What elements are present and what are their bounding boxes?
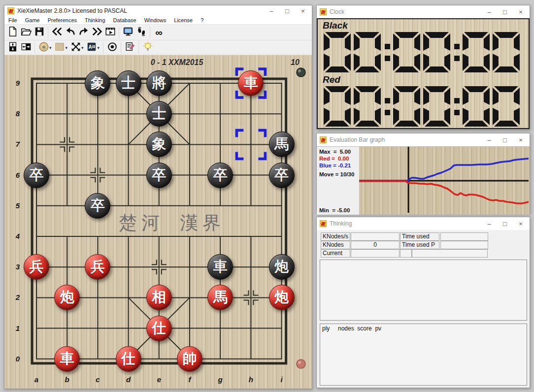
resize-arrows-icon	[70, 41, 81, 54]
board-texture-button[interactable]	[53, 41, 67, 54]
close-button[interactable]: ×	[513, 133, 529, 146]
maximize-button[interactable]: □	[497, 133, 513, 146]
time-used-label: Time used	[400, 232, 439, 241]
piece-black-g3[interactable]: 車	[207, 254, 233, 280]
current-extra-wide	[412, 249, 488, 258]
thinking-window: 谢 Thinking – □ × KNodes/s Time used KNod…	[316, 217, 530, 388]
piece-black-e6[interactable]: 卒	[146, 163, 172, 188]
menu-game[interactable]: Game	[21, 17, 44, 23]
resize-board-button[interactable]	[69, 41, 82, 54]
menu-thinking[interactable]: Thinking	[81, 17, 109, 23]
pieces-layer: 象士將車士象馬卒卒卒卒卒兵兵車炮炮相馬炮仕車仕帥	[4, 55, 313, 390]
menu-windows[interactable]: Windows	[140, 17, 170, 23]
minimize-button[interactable]: –	[481, 133, 497, 146]
piece-black-i6[interactable]: 卒	[269, 163, 295, 188]
piece-black-c9[interactable]: 象	[85, 70, 110, 96]
piece-red-d0[interactable]: 仕	[116, 346, 141, 372]
separator	[34, 42, 35, 54]
forward-to-end-button[interactable]	[90, 26, 103, 39]
language-dropdown[interactable]: ▾	[98, 45, 100, 50]
main-titlebar[interactable]: 谢 XieXieMaster 2.8.0> Licensed to PASCAL…	[4, 5, 312, 16]
piece-red-e1[interactable]: 仕	[146, 316, 172, 341]
eval-max-label: Max = 5.00	[319, 148, 359, 155]
clock-titlebar[interactable]: 谢 Clock – □ ×	[317, 5, 530, 18]
close-button[interactable]: ×	[513, 5, 529, 18]
piece-red-c3[interactable]: 兵	[85, 254, 110, 280]
knodes-per-sec-label: KNodes/s	[321, 232, 350, 241]
rewind-to-start-button[interactable]	[50, 26, 64, 39]
undo-move-button[interactable]	[64, 26, 77, 39]
flip-board-vertical-button[interactable]	[6, 41, 19, 54]
new-document-button[interactable]	[6, 26, 19, 39]
menu-license[interactable]: License	[170, 17, 197, 23]
menu-preferences[interactable]: Preferences	[44, 17, 81, 23]
monitor-icon	[123, 26, 134, 39]
menu-help[interactable]: ?	[197, 17, 207, 23]
edit-notation-button[interactable]	[123, 41, 136, 54]
piece-red-e2[interactable]: 相	[146, 285, 172, 310]
separator	[119, 27, 119, 38]
evaluation-graph	[359, 147, 530, 215]
piece-black-e8[interactable]: 士	[146, 101, 172, 127]
save-button[interactable]	[33, 26, 46, 39]
piece-red-a3[interactable]: 兵	[24, 254, 49, 280]
app-icon: 谢	[320, 220, 327, 227]
piece-black-g6[interactable]: 卒	[207, 163, 233, 188]
piece-black-d9[interactable]: 士	[116, 70, 141, 96]
thinking-output-panel[interactable]	[320, 260, 527, 321]
maximize-button[interactable]: □	[279, 5, 295, 16]
open-folder-icon	[21, 26, 32, 39]
thinking-titlebar[interactable]: 谢 Thinking – □ ×	[317, 217, 530, 230]
autoplay-button[interactable]	[103, 26, 117, 39]
separator	[121, 42, 121, 54]
piece-red-h9[interactable]: 車	[238, 70, 264, 96]
close-button[interactable]: ×	[295, 5, 311, 16]
xiangqi-board[interactable]: 9876543210abcdefghi 0 - 1 XXM2015 10 楚河 …	[4, 55, 312, 389]
edit-notes-icon	[125, 41, 135, 54]
minimize-button[interactable]: –	[481, 5, 497, 18]
piece-style-dropdown[interactable]: ▾	[49, 45, 52, 50]
evaluation-titlebar[interactable]: 谢 Evaluation Bar graph – □ ×	[317, 133, 530, 146]
open-button[interactable]	[19, 26, 33, 39]
minimize-button[interactable]: –	[264, 5, 279, 16]
app-icon: 谢	[320, 8, 327, 15]
main-window-title: XieXieMaster 2.8.0> Licensed to PASCAL	[17, 7, 127, 14]
maximize-button[interactable]: □	[497, 217, 513, 230]
board-texture-dropdown[interactable]: ▾	[66, 45, 68, 50]
resize-board-dropdown[interactable]: ▾	[81, 45, 84, 50]
eval-red-label: Red = 0.00	[319, 155, 359, 162]
piece-red-i2[interactable]: 炮	[269, 285, 295, 310]
record-mode-button[interactable]	[105, 41, 119, 54]
language-button[interactable]: A	[85, 41, 99, 54]
piece-red-b2[interactable]: 炮	[54, 285, 80, 310]
separator	[138, 42, 139, 54]
redo-move-button[interactable]	[77, 26, 90, 39]
movie-icon	[105, 26, 116, 39]
hint-button[interactable]	[141, 41, 154, 54]
piece-red-f0[interactable]: 帥	[177, 346, 202, 372]
footprints-icon	[136, 26, 147, 39]
piece-style-button[interactable]: 将	[37, 41, 50, 54]
maximize-button[interactable]: □	[497, 5, 513, 18]
piece-black-e7[interactable]: 象	[146, 131, 172, 157]
piece-black-a6[interactable]: 卒	[24, 163, 49, 188]
menu-file[interactable]: File	[4, 17, 21, 23]
separator	[150, 27, 150, 38]
close-button[interactable]: ×	[513, 217, 529, 230]
piece-red-g2[interactable]: 馬	[207, 285, 233, 310]
flip-board-horizontal-button[interactable]	[19, 41, 33, 54]
show-board-button[interactable]	[121, 26, 134, 39]
piece-black-i3[interactable]: 炮	[269, 254, 295, 280]
piece-black-e9[interactable]: 將	[146, 70, 172, 96]
infinite-analysis-button[interactable]: ∞	[152, 26, 166, 39]
knodes-per-sec-value	[351, 232, 400, 241]
evaluation-window: 谢 Evaluation Bar graph – □ × Max = 5.00 …	[316, 133, 530, 214]
piece-black-i7[interactable]: 馬	[269, 131, 295, 157]
piece-red-b0[interactable]: 車	[54, 346, 80, 372]
black-time-display	[323, 32, 520, 73]
pv-list-panel[interactable]: ply nodes score pv	[320, 324, 527, 386]
piece-black-c5[interactable]: 卒	[85, 193, 110, 219]
walkthrough-button[interactable]	[134, 26, 148, 39]
menu-database[interactable]: Database	[109, 17, 140, 23]
minimize-button[interactable]: –	[481, 217, 497, 230]
